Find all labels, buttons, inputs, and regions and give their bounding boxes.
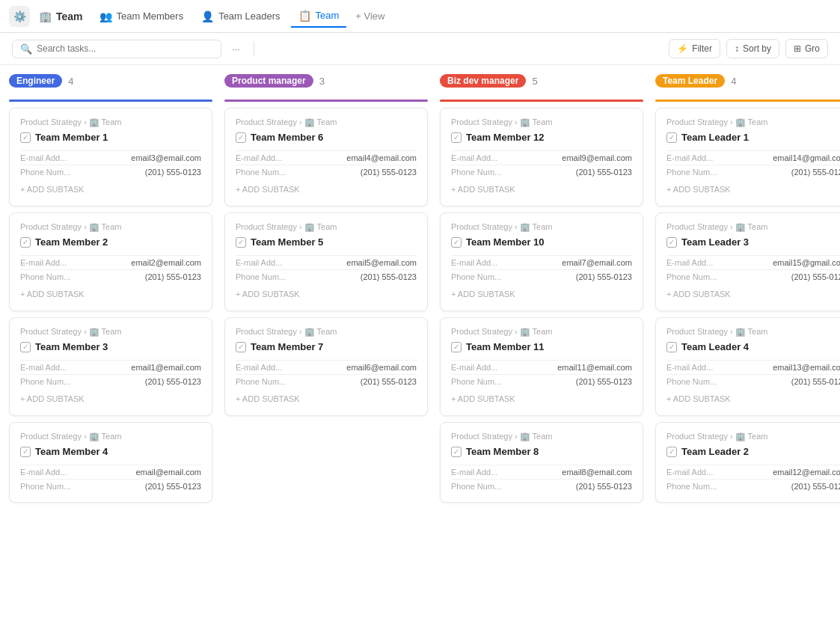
- add-subtask-team-leader-1[interactable]: + ADD SUBTASK: [666, 287, 840, 302]
- email-value-product-manager-2: email6@email.com: [346, 363, 417, 372]
- column-product-manager: Product manager 3 Product Strategy › 🏢 T…: [224, 74, 428, 614]
- card-check-engineer-2[interactable]: ✓: [20, 342, 31, 352]
- card-title-row-biz-dev-0: ✓ Team Member 12: [451, 132, 632, 143]
- card-phone-product-manager-1: Phone Num... (201) 555-0123: [236, 269, 417, 284]
- email-value-engineer-2: email1@email.com: [131, 363, 201, 372]
- card-check-engineer-0[interactable]: ✓: [20, 132, 31, 143]
- card-email-product-manager-1: E-mail Add... email5@email.com: [236, 255, 417, 269]
- card-phone-team-leader-2: Phone Num... (201) 555-0123: [666, 374, 840, 388]
- phone-label-team-leader-3: Phone Num...: [666, 482, 717, 491]
- column-badge-biz-dev: Biz dev manager: [440, 74, 526, 88]
- card-email-biz-dev-3: E-mail Add... email8@email.com: [451, 465, 632, 479]
- add-subtask-team-leader-0[interactable]: + ADD SUBTASK: [666, 182, 840, 197]
- card-breadcrumb-engineer-1: Product Strategy › 🏢 Team: [20, 222, 201, 232]
- phone-label-biz-dev-0: Phone Num...: [451, 168, 501, 177]
- card-title-product-manager-0: Team Member 6: [251, 132, 323, 143]
- column-header-engineer: Engineer 4: [9, 74, 212, 92]
- card-breadcrumb-engineer-3: Product Strategy › 🏢 Team: [20, 432, 201, 441]
- team-leaders-icon: 👤: [201, 10, 214, 22]
- card-product-manager-0: Product Strategy › 🏢 Team ✓ Team Member …: [224, 108, 428, 206]
- add-subtask-biz-dev-0[interactable]: + ADD SUBTASK: [451, 182, 632, 197]
- card-phone-engineer-2: Phone Num... (201) 555-0123: [20, 374, 201, 388]
- add-subtask-biz-dev-1[interactable]: + ADD SUBTASK: [451, 287, 632, 302]
- card-breadcrumb-biz-dev-1: Product Strategy › 🏢 Team: [451, 222, 632, 232]
- card-check-product-manager-1[interactable]: ✓: [236, 237, 246, 248]
- tab-team-label: Team: [316, 10, 340, 21]
- phone-value-team-leader-1: (201) 555-0123: [791, 272, 840, 281]
- phone-value-engineer-2: (201) 555-0123: [145, 377, 201, 386]
- card-check-biz-dev-3[interactable]: ✓: [451, 447, 462, 457]
- card-check-biz-dev-2[interactable]: ✓: [451, 342, 462, 352]
- app-title-text: Team: [56, 10, 83, 22]
- phone-value-engineer-0: (201) 555-0123: [145, 168, 201, 177]
- sort-button[interactable]: ↕ Sort by: [726, 39, 779, 58]
- card-check-biz-dev-0[interactable]: ✓: [451, 132, 462, 143]
- card-check-team-leader-2[interactable]: ✓: [666, 342, 677, 352]
- card-check-team-leader-3[interactable]: ✓: [666, 447, 677, 457]
- column-count-engineer: 4: [68, 76, 73, 87]
- column-underline-product-manager: [224, 100, 428, 102]
- column-underline-engineer: [9, 100, 212, 102]
- card-team-leader-3: Product Strategy › 🏢 Team ✓ Team Leader …: [655, 422, 840, 503]
- email-label-biz-dev-0: E-mail Add...: [451, 153, 497, 162]
- phone-value-team-leader-2: (201) 555-0123: [791, 377, 840, 386]
- phone-value-biz-dev-2: (201) 555-0123: [576, 377, 632, 386]
- tab-team[interactable]: 📋 Team: [291, 5, 347, 28]
- card-title-row-product-manager-0: ✓ Team Member 6: [236, 132, 417, 143]
- email-label-team-leader-2: E-mail Add...: [666, 363, 713, 372]
- email-value-product-manager-1: email5@email.com: [346, 258, 417, 267]
- add-subtask-engineer-0[interactable]: + ADD SUBTASK: [20, 182, 201, 197]
- card-check-engineer-3[interactable]: ✓: [20, 447, 31, 457]
- phone-label-team-leader-2: Phone Num...: [666, 377, 717, 386]
- add-view-button[interactable]: + View: [349, 7, 390, 25]
- column-count-biz-dev: 5: [532, 76, 537, 87]
- email-label-engineer-3: E-mail Add...: [20, 468, 67, 477]
- phone-label-biz-dev-2: Phone Num...: [451, 377, 501, 386]
- email-label-team-leader-0: E-mail Add...: [666, 153, 713, 162]
- phone-label-engineer-0: Phone Num...: [20, 168, 70, 177]
- search-wrap[interactable]: 🔍: [12, 40, 221, 58]
- column-header-team-leader: Team Leader 4: [655, 74, 840, 92]
- add-subtask-engineer-2[interactable]: + ADD SUBTASK: [20, 391, 201, 406]
- add-subtask-team-leader-2[interactable]: + ADD SUBTASK: [666, 391, 840, 406]
- card-check-product-manager-0[interactable]: ✓: [236, 132, 246, 143]
- add-subtask-product-manager-0[interactable]: + ADD SUBTASK: [236, 182, 417, 197]
- search-input[interactable]: [37, 43, 213, 54]
- app-icon[interactable]: ⚙️: [9, 6, 30, 27]
- card-title-row-engineer-1: ✓ Team Member 2: [20, 236, 201, 248]
- team-members-icon: 👥: [99, 10, 112, 22]
- tab-team-members[interactable]: 👥 Team Members: [92, 6, 191, 27]
- filter-button[interactable]: ⚡ Filter: [669, 39, 720, 58]
- card-team-leader-1: Product Strategy › 🏢 Team ✓ Team Leader …: [655, 212, 840, 311]
- email-label-engineer-0: E-mail Add...: [20, 153, 67, 162]
- card-email-biz-dev-1: E-mail Add... email7@email.com: [451, 255, 632, 269]
- add-subtask-product-manager-1[interactable]: + ADD SUBTASK: [236, 287, 417, 302]
- email-value-engineer-1: email2@email.com: [131, 258, 201, 267]
- add-subtask-biz-dev-2[interactable]: + ADD SUBTASK: [451, 391, 632, 406]
- card-check-biz-dev-1[interactable]: ✓: [451, 237, 462, 248]
- card-title-team-leader-3: Team Leader 2: [681, 446, 749, 457]
- card-breadcrumb-team-leader-3: Product Strategy › 🏢 Team: [666, 432, 840, 441]
- column-count-product-manager: 3: [319, 76, 325, 87]
- column-badge-engineer: Engineer: [9, 74, 62, 88]
- email-value-biz-dev-2: email11@email.com: [557, 363, 632, 372]
- column-count-team-leader: 4: [731, 76, 736, 87]
- card-check-team-leader-0[interactable]: ✓: [666, 132, 677, 143]
- card-check-team-leader-1[interactable]: ✓: [666, 237, 677, 248]
- card-title-row-biz-dev-1: ✓ Team Member 10: [451, 236, 632, 248]
- group-button[interactable]: ⊞ Gro: [785, 39, 828, 58]
- add-subtask-engineer-1[interactable]: + ADD SUBTASK: [20, 287, 201, 302]
- card-check-product-manager-2[interactable]: ✓: [236, 342, 246, 352]
- column-underline-biz-dev: [440, 100, 643, 102]
- email-value-team-leader-2: email13@email.com: [773, 363, 840, 372]
- more-options-button[interactable]: ···: [227, 40, 245, 58]
- card-title-row-biz-dev-3: ✓ Team Member 8: [451, 446, 632, 457]
- card-breadcrumb-product-manager-2: Product Strategy › 🏢 Team: [236, 327, 417, 337]
- tab-team-leaders[interactable]: 👤 Team Leaders: [194, 6, 287, 27]
- phone-value-team-leader-3: (201) 555-0123: [791, 482, 840, 491]
- card-check-engineer-1[interactable]: ✓: [20, 237, 31, 248]
- team-icon: 📋: [298, 10, 311, 22]
- card-phone-team-leader-0: Phone Num... (201) 555-0123: [666, 165, 840, 179]
- add-subtask-product-manager-2[interactable]: + ADD SUBTASK: [236, 391, 417, 406]
- card-product-manager-2: Product Strategy › 🏢 Team ✓ Team Member …: [224, 317, 428, 416]
